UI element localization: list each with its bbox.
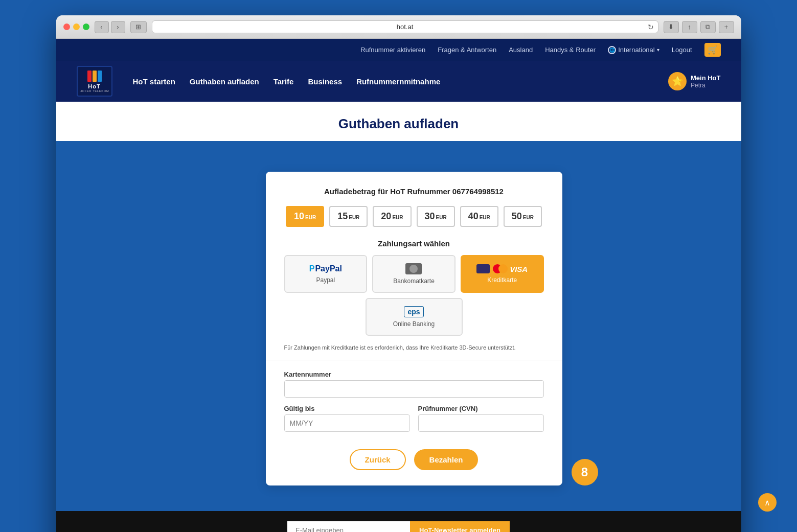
- paypal-label: Paypal: [316, 276, 335, 284]
- pay-button[interactable]: Bezahlen: [414, 449, 479, 470]
- address-bar[interactable]: hot.at ↻: [152, 20, 658, 33]
- download-icon[interactable]: ⬇: [664, 21, 679, 33]
- tab-view-button[interactable]: ⊞: [130, 21, 147, 33]
- payment-section-title: Zahlungsart wählen: [284, 239, 544, 248]
- rufnummernmitnahme-link[interactable]: Rufnummernmitnahme: [356, 77, 440, 86]
- mein-hot-button[interactable]: ⭐ Mein HoT Petra: [668, 72, 721, 90]
- hot-starten-link[interactable]: HoT starten: [133, 77, 175, 86]
- newsletter-section: HoT-Newsletter anmelden: [56, 521, 741, 532]
- mein-hot-icon: ⭐: [668, 72, 687, 90]
- hot-logo-image: HoT HOFER TELEKOM: [77, 66, 112, 97]
- new-tab-button[interactable]: +: [719, 21, 734, 33]
- browser-navigation: ‹ ›: [95, 21, 125, 33]
- rufnummer-aktivieren-link[interactable]: Rufnummer aktivieren: [360, 46, 425, 54]
- divider: [266, 360, 562, 360]
- gueltig-label: Gültig bis: [284, 405, 410, 412]
- logo-flag: [87, 71, 102, 82]
- dropdown-chevron-icon: ▾: [657, 47, 659, 53]
- url-text: hot.at: [397, 23, 414, 31]
- content-area: 5 6 7 Aufladebetrag für HoT Rufnummer 06…: [56, 156, 741, 491]
- bankomat-button[interactable]: Bankomatkarte: [372, 255, 456, 293]
- main-navigation: HoT HOFER TELEKOM HoT starten Guthaben a…: [56, 61, 741, 102]
- footer: HoT-Newsletter anmelden Netz Cookies AGB…: [56, 511, 741, 532]
- bankomat-label: Bankomatkarte: [393, 277, 435, 285]
- share-icon[interactable]: ↑: [682, 21, 697, 33]
- guthaben-aufladen-link[interactable]: Guthaben aufladen: [190, 77, 259, 86]
- back-button[interactable]: ‹: [95, 21, 109, 33]
- online-banking-label: Online Banking: [393, 320, 435, 328]
- tarife-link[interactable]: Tarife: [274, 77, 294, 86]
- eps-logo: eps: [404, 306, 423, 317]
- amount-50-button[interactable]: 50EUR: [504, 206, 542, 227]
- info-text: Für Zahlungen mit Kreditkarte ist es erf…: [284, 344, 544, 352]
- mastercard-icon: [493, 264, 508, 273]
- flag-stripe-orange: [93, 71, 97, 82]
- browser-toolbar: ‹ › ⊞ hot.at ↻ ⬇ ↑ ⧉ +: [56, 15, 741, 39]
- kartennummer-group: Kartennummer: [284, 371, 544, 398]
- forward-button[interactable]: ›: [111, 21, 125, 33]
- paypal-icon: P: [309, 264, 315, 273]
- close-window-button[interactable]: [63, 24, 70, 30]
- browser-window-controls: [63, 24, 89, 30]
- logo-text-sub: HOFER TELEKOM: [80, 89, 109, 92]
- payment-card: Aufladebetrag für HoT Rufnummer 06776499…: [266, 172, 562, 485]
- kreditkarte-button[interactable]: VISA Kreditkarte: [461, 255, 544, 293]
- bankomat-circle: [409, 265, 418, 273]
- step-8-badge: 8: [572, 459, 598, 485]
- duplicate-tab-icon[interactable]: ⧉: [700, 21, 716, 33]
- fragen-antworten-link[interactable]: Fragen & Antworten: [438, 46, 496, 54]
- maestro-icon: [476, 264, 490, 273]
- business-link[interactable]: Business: [308, 77, 342, 86]
- international-label[interactable]: International: [618, 46, 655, 54]
- gueltig-input[interactable]: [284, 414, 410, 432]
- nav-right: ⭐ Mein HoT Petra: [668, 72, 721, 90]
- international-dropdown[interactable]: 🌐 International ▾: [608, 46, 659, 54]
- mein-hot-text: Mein HoT Petra: [691, 74, 721, 89]
- mein-hot-label: Mein HoT: [691, 74, 721, 82]
- logo-text-hot: HoT: [88, 83, 100, 89]
- cart-icon: 🛒: [708, 45, 718, 55]
- nav-left: HoT HOFER TELEKOM HoT starten Guthaben a…: [77, 61, 441, 102]
- handys-router-link[interactable]: Handys & Router: [545, 46, 596, 54]
- amount-30-button[interactable]: 30EUR: [417, 206, 455, 227]
- visa-logo: VISA: [510, 265, 528, 273]
- newsletter-email-input[interactable]: [287, 521, 410, 532]
- paypal-button[interactable]: PPayPal Paypal: [284, 255, 368, 293]
- paypal-logo: PPayPal: [309, 264, 342, 273]
- newsletter-subscribe-button[interactable]: HoT-Newsletter anmelden: [410, 521, 510, 532]
- online-banking-button[interactable]: eps Online Banking: [366, 298, 463, 336]
- minimize-window-button[interactable]: [73, 24, 80, 30]
- kreditkarte-label: Kreditkarte: [487, 276, 517, 284]
- back-button[interactable]: Zurück: [350, 449, 406, 470]
- credit-card-logos: VISA: [476, 264, 528, 273]
- website-content: Rufnummer aktivieren Fragen & Antworten …: [56, 39, 741, 532]
- pruefnummer-label: Prüfnummer (CVN): [418, 405, 544, 412]
- logo[interactable]: HoT HOFER TELEKOM: [77, 61, 112, 102]
- gueltig-group: Gültig bis: [284, 405, 410, 432]
- bankomat-icon: [405, 263, 422, 274]
- pruefnummer-input[interactable]: [418, 414, 544, 432]
- refresh-icon[interactable]: ↻: [648, 23, 654, 31]
- pruefnummer-group: Prüfnummer (CVN): [418, 405, 544, 432]
- main-nav-links: HoT starten Guthaben aufladen Tarife Bus…: [133, 77, 441, 86]
- chevron-up-icon: ∧: [764, 498, 770, 507]
- cart-button[interactable]: 🛒: [704, 43, 721, 57]
- amount-20-button[interactable]: 20EUR: [373, 206, 411, 227]
- browser-action-buttons: ⬇ ↑ ⧉ +: [664, 21, 734, 33]
- flag-stripe-red: [87, 71, 92, 82]
- payment-methods-grid: PPayPal Paypal Bankomatkarte: [284, 255, 544, 293]
- browser-window: ‹ › ⊞ hot.at ↻ ⬇ ↑ ⧉ + Rufnummer aktivie…: [56, 15, 741, 532]
- kartennummer-input[interactable]: [284, 380, 544, 398]
- ausland-link[interactable]: Ausland: [509, 46, 533, 54]
- amount-selection: 10EUR 15EUR 20EUR 30EUR 40EUR: [284, 206, 544, 227]
- top-navigation: Rufnummer aktivieren Fragen & Antworten …: [56, 39, 741, 61]
- expiry-cvn-row: Gültig bis Prüfnummer (CVN): [284, 405, 544, 439]
- maximize-window-button[interactable]: [83, 24, 89, 30]
- logout-link[interactable]: Logout: [672, 46, 692, 54]
- page-title: Guthaben aufladen: [56, 111, 741, 141]
- amount-40-button[interactable]: 40EUR: [460, 206, 498, 227]
- amount-15-button[interactable]: 15EUR: [329, 206, 368, 227]
- form-buttons: Zurück Bezahlen: [284, 449, 544, 470]
- amount-10-button[interactable]: 10EUR: [286, 206, 324, 227]
- scroll-to-top-button[interactable]: ∧: [758, 493, 777, 512]
